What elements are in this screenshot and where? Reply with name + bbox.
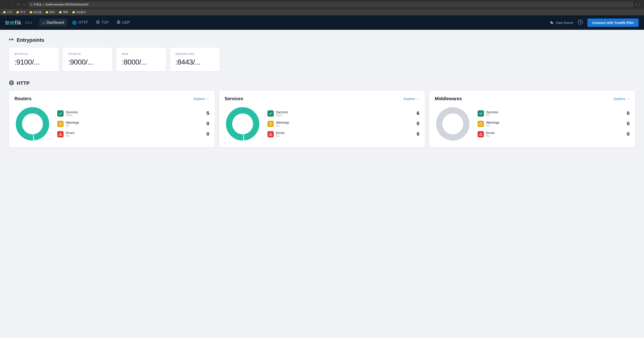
routers-stats-list: Success 100% 5 ! Warnings 0% 0 (57, 110, 209, 137)
entrypoint-value-traefik: :9000/... (68, 58, 107, 66)
entrypoints-grid: METRICS :9100/... TRAEFIK :9000/... WEB … (9, 48, 635, 71)
svg-text:!: ! (60, 133, 61, 135)
success-icon (478, 110, 484, 117)
svg-text:!: ! (270, 133, 271, 135)
bookmark-blog[interactable]: 📁 博客 (59, 10, 68, 14)
bookmarks-bar: 📁 公司 📁 学习 📁 面试题 📁 制作 📁 博客 📁 k8s面试 (0, 9, 644, 15)
entrypoint-label-web: WEB (122, 53, 160, 55)
http-card-services: Services Explore → (219, 91, 425, 147)
home-button[interactable]: ⌂ (22, 2, 26, 7)
middlewares-card-header: Middlewares Explore → (435, 96, 630, 101)
routers-error-row: ! Errors 0% 0 (57, 131, 209, 137)
forward-button[interactable]: → (10, 2, 14, 7)
home-icon: ⌂ (42, 21, 45, 25)
dark-theme-toggle[interactable]: Dark theme (550, 20, 574, 25)
nav-udp[interactable]: UDP (114, 19, 133, 27)
address-bar[interactable] (28, 2, 633, 8)
bookmark-interview[interactable]: 📁 面试题 (29, 10, 42, 14)
entrypoint-label-metrics: METRICS (14, 53, 53, 55)
entrypoint-label-traefik: TRAEFIK (68, 53, 107, 55)
middlewares-explore-link[interactable]: Explore → (614, 97, 630, 101)
services-title: Services (224, 96, 243, 101)
middlewares-warning-row: ! Warnings 0% 0 (478, 121, 630, 127)
reload-button[interactable]: ↻ (16, 2, 21, 7)
services-warning-info: Warnings 0% (276, 121, 412, 127)
middlewares-warning-info: Warnings 0% (486, 121, 622, 127)
app-navbar: træfik 2.6.1 ⌂ Dashboard 🌐 HTTP TCP (0, 15, 644, 30)
routers-success-row: Success 100% 5 (57, 110, 209, 117)
entrypoint-card-websecure[interactable]: WEBSECURE :8443/... (170, 48, 220, 71)
services-donut-chart (224, 106, 261, 142)
moon-icon (550, 20, 554, 25)
middlewares-donut-svg (435, 106, 471, 142)
middlewares-stats-list: Success 0% 0 ! Warnings 0% 0 (478, 110, 630, 137)
help-icon[interactable]: ? (578, 20, 583, 26)
entrypoints-title: Entrypoints (17, 37, 44, 43)
http-globe-icon (9, 80, 14, 86)
middlewares-donut-chart (435, 106, 471, 142)
globe-icon: 🌐 (72, 21, 77, 25)
logo-text: træfik (6, 19, 22, 26)
svg-text:!: ! (480, 133, 481, 135)
middlewares-error-info: Errors 0% (486, 131, 622, 137)
back-button[interactable]: ← (3, 2, 8, 7)
http-card-routers: Routers Explore → (9, 91, 215, 147)
entrypoint-card-metrics[interactable]: METRICS :9100/... (9, 48, 59, 71)
http-title: HTTP (17, 80, 30, 86)
warning-icon: ! (478, 121, 484, 127)
folder-icon: 📁 (72, 11, 75, 14)
entrypoint-value-metrics: :9100/... (14, 58, 53, 66)
entrypoint-card-traefik[interactable]: TRAEFIK :9000/... (63, 48, 112, 71)
browser-toolbar-icons: ⋮⋮ (635, 3, 641, 6)
main-content: Entrypoints METRICS :9100/... TRAEFIK :9… (0, 30, 644, 338)
routers-success-info: Success 100% (66, 110, 202, 117)
connect-pilot-button[interactable]: Connect with Traefik Pilot (588, 19, 638, 27)
routers-title: Routers (14, 96, 32, 101)
udp-icon (117, 20, 120, 25)
middlewares-error-row: ! Errors 0% 0 (478, 131, 630, 137)
nav-tcp[interactable]: TCP (93, 19, 112, 27)
http-section-header: HTTP (9, 80, 635, 86)
routers-warning-info: Warnings 0% (66, 121, 202, 127)
nav-links: ⌂ Dashboard 🌐 HTTP TCP (39, 19, 543, 27)
routers-explore-link[interactable]: Explore → (194, 97, 209, 101)
routers-card-header: Routers Explore → (14, 96, 209, 101)
http-card-middlewares: Middlewares Explore → (429, 91, 635, 147)
arrow-right-icon: → (626, 97, 630, 101)
svg-point-29 (442, 114, 463, 134)
bookmark-k8s[interactable]: 📁 k8s面试 (72, 10, 86, 14)
entrypoint-value-websecure: :8443/... (176, 58, 214, 66)
folder-icon: 📁 (3, 11, 6, 14)
error-icon: ! (478, 131, 484, 137)
entrypoint-label-websecure: WEBSECURE (176, 53, 214, 55)
folder-icon: 📁 (59, 11, 62, 14)
warning-icon: ! (57, 121, 64, 127)
extensions-icon[interactable]: ⋮⋮ (635, 3, 641, 6)
tcp-icon (96, 20, 100, 25)
services-error-info: Errors 0% (276, 131, 412, 137)
services-card-body: Success 100% 6 ! Warnings 0% 0 (224, 106, 420, 142)
middlewares-title: Middlewares (435, 96, 462, 101)
success-icon (57, 110, 64, 117)
warning-icon: ! (268, 121, 274, 127)
nav-http[interactable]: 🌐 HTTP (69, 19, 91, 27)
folder-icon: 📁 (45, 11, 49, 14)
routers-warning-row: ! Warnings 0% 0 (57, 121, 209, 127)
services-warning-row: ! Warnings 0% 0 (268, 121, 420, 127)
bookmark-company[interactable]: 📁 公司 (3, 10, 12, 14)
bookmark-create[interactable]: 📁 制作 (45, 10, 55, 14)
services-donut-svg (224, 106, 261, 142)
entrypoints-section-header: Entrypoints (9, 37, 635, 43)
services-explore-link[interactable]: Explore → (404, 97, 420, 101)
svg-point-0 (96, 21, 100, 24)
nav-dashboard[interactable]: ⌂ Dashboard (39, 19, 67, 27)
bookmark-study[interactable]: 📁 学习 (16, 10, 26, 14)
entrypoints-icon (9, 37, 14, 43)
success-icon (268, 110, 274, 117)
routers-card-body: Success 100% 5 ! Warnings 0% 0 (14, 106, 209, 142)
svg-point-23 (232, 114, 253, 134)
svg-point-16 (22, 114, 43, 134)
routers-donut-svg (14, 106, 50, 142)
nav-right: Dark theme ? Connect with Traefik Pilot (550, 19, 638, 27)
entrypoint-card-web[interactable]: WEB :8000/... (116, 48, 166, 71)
